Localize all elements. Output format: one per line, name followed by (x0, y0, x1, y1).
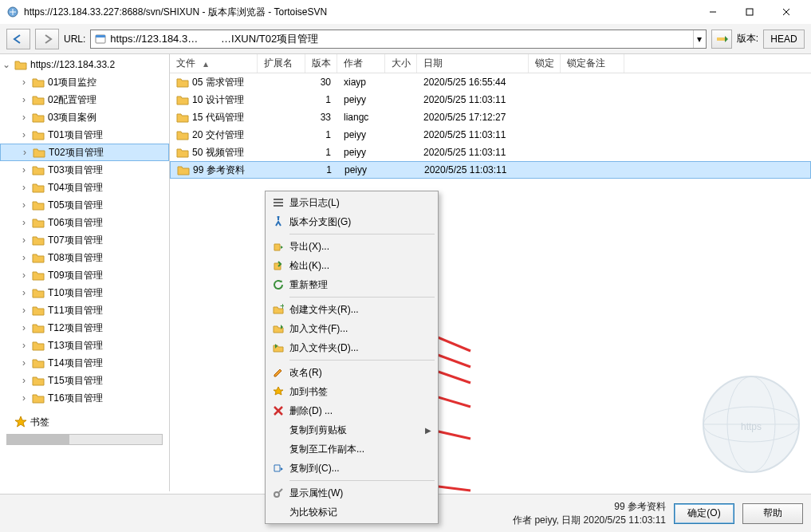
close-button[interactable] (768, 0, 805, 24)
bookmark-icon (270, 386, 286, 397)
tree-pane[interactable]: ⌄ https://123.184.33.2 › 01项目监控 › 02配置管理… (0, 54, 170, 491)
menu-item[interactable]: 删除(D) ... (267, 401, 436, 420)
url-input[interactable] (110, 30, 692, 48)
forward-button[interactable] (35, 29, 59, 49)
menu-item[interactable]: 复制至工作副本... (267, 439, 436, 459)
expand-icon[interactable]: › (19, 270, 29, 281)
expand-icon[interactable]: › (19, 112, 29, 123)
list-row[interactable]: 10 设计管理 1 peiyy 2020/5/25 11:03:11 (170, 91, 811, 108)
col-ext[interactable]: 扩展名 (258, 54, 305, 73)
tree-item[interactable]: › T10项目管理 (0, 284, 169, 301)
menu-item[interactable]: 复制到剪贴板 ▶ (267, 420, 436, 439)
go-button[interactable] (711, 30, 732, 49)
tree-item[interactable]: › 01项目监控 (0, 73, 169, 91)
tree-item[interactable]: › T14项目管理 (0, 354, 169, 372)
minimize-button[interactable] (695, 0, 731, 24)
expand-icon[interactable]: › (19, 94, 29, 105)
expand-icon[interactable]: › (19, 77, 29, 88)
menu-item[interactable]: 加到书签 (267, 382, 436, 401)
menu-item[interactable]: 为比较标记 (267, 502, 436, 522)
tree-hscrollbar[interactable] (6, 434, 163, 445)
expand-icon[interactable]: › (19, 129, 29, 140)
tree-item[interactable]: › T09项目管理 (0, 266, 169, 284)
tree-item[interactable]: › 02配置管理 (0, 91, 169, 108)
tree-item[interactable]: › T15项目管理 (0, 372, 169, 389)
collapse-icon[interactable]: ⌄ (2, 59, 11, 70)
list-row[interactable]: 05 需求管理 30 xiayp 2020/5/25 16:55:44 (170, 73, 811, 91)
ok-button[interactable]: 确定(O) (674, 503, 734, 524)
bookmarks-section[interactable]: 书签 (0, 413, 169, 431)
folder-icon (32, 305, 45, 316)
props-icon (270, 487, 286, 499)
rename-icon (270, 367, 286, 378)
tree-item[interactable]: › T12项目管理 (0, 319, 169, 337)
expand-icon[interactable]: › (20, 147, 30, 158)
revision-field[interactable]: HEAD (763, 30, 805, 49)
help-button[interactable]: 帮助 (742, 503, 803, 524)
folder-icon (32, 112, 45, 123)
list-row[interactable]: 99 参考资料 1 peiyy 2020/5/25 11:03:11 (170, 161, 811, 179)
expand-icon[interactable]: › (19, 182, 29, 193)
tree-item[interactable]: › T01项目管理 (0, 126, 169, 144)
expand-icon[interactable]: › (19, 287, 29, 298)
tree-item[interactable]: › T11项目管理 (0, 301, 169, 319)
list-row[interactable]: 50 视频管理 1 peiyy 2020/5/25 11:03:11 (170, 144, 811, 161)
menu-item[interactable]: 改名(R) (267, 363, 436, 382)
menu-item[interactable]: + 创建文件夹(R)... (267, 300, 436, 319)
tree-item[interactable]: › T08项目管理 (0, 249, 169, 266)
tree-item[interactable]: › T06项目管理 (0, 214, 169, 231)
menu-separator (289, 480, 435, 481)
back-button[interactable] (6, 29, 30, 49)
star-icon (14, 416, 27, 428)
expand-icon[interactable]: › (19, 392, 29, 404)
tree-item[interactable]: › T16项目管理 (0, 389, 169, 407)
tree-item[interactable]: › 03项目案例 (0, 108, 169, 126)
expand-icon[interactable]: › (19, 164, 29, 175)
menu-item[interactable]: 显示日志(L) (267, 193, 436, 212)
svg-rect-6 (96, 35, 105, 37)
tree-root[interactable]: ⌄ https://123.184.33.2 (0, 56, 169, 73)
tree-item[interactable]: › T05项目管理 (0, 196, 169, 214)
svg-text:+: + (280, 304, 284, 312)
expand-icon[interactable]: › (19, 340, 29, 351)
folder-icon (32, 199, 45, 211)
col-file[interactable]: 文件▴ (170, 54, 258, 73)
expand-icon[interactable]: › (19, 199, 29, 211)
menu-item[interactable]: 检出(K)... (267, 256, 436, 275)
tree-item[interactable]: › T13项目管理 (0, 337, 169, 354)
menu-item[interactable]: 复制到(C)... (267, 459, 436, 478)
url-dropdown-icon[interactable]: ▾ (693, 30, 706, 48)
list-row[interactable]: 15 代码管理 33 liangc 2020/5/25 17:12:27 (170, 108, 811, 126)
col-rev[interactable]: 版本 (305, 54, 337, 73)
menu-item[interactable]: 加入文件夹(D)... (267, 338, 436, 357)
bookmarks-label: 书签 (30, 416, 49, 429)
window-title: https://123.184.33.227:8688/svn/SHIXUN -… (24, 6, 695, 19)
tree-item[interactable]: › T03项目管理 (0, 161, 169, 179)
menu-item[interactable]: 导出(X)... (267, 237, 436, 256)
menu-item[interactable]: 版本分支图(G) (267, 212, 436, 231)
col-date[interactable]: 日期 (417, 54, 529, 73)
col-lock[interactable]: 锁定 (529, 54, 561, 73)
expand-icon[interactable]: › (19, 252, 29, 263)
expand-icon[interactable]: › (19, 357, 29, 368)
expand-icon[interactable]: › (19, 322, 29, 333)
menu-item[interactable]: 重新整理 (267, 275, 436, 294)
expand-icon[interactable]: › (19, 305, 29, 316)
list-header: 文件▴ 扩展名 版本 作者 大小 日期 锁定 锁定备注 (170, 54, 811, 73)
col-size[interactable]: 大小 (385, 54, 417, 73)
menu-item[interactable]: 显示属性(W) (267, 483, 436, 502)
col-auth[interactable]: 作者 (337, 54, 385, 73)
context-menu: 显示日志(L) 版本分支图(G) 导出(X)... 检出(K)... 重新整理 … (265, 191, 439, 524)
menu-item[interactable]: 加入文件(F)... (267, 319, 436, 338)
col-note[interactable]: 锁定备注 (561, 54, 624, 73)
tree-item[interactable]: › T04项目管理 (0, 179, 169, 196)
expand-icon[interactable]: › (19, 375, 29, 386)
svg-rect-7 (274, 199, 283, 200)
tree-item[interactable]: › T02项目管理 (0, 144, 169, 161)
tree-item[interactable]: › T07项目管理 (0, 231, 169, 249)
maximize-button[interactable] (731, 0, 768, 24)
refresh-icon (270, 279, 286, 290)
list-row[interactable]: 20 交付管理 1 peiyy 2020/5/25 11:03:11 (170, 126, 811, 144)
expand-icon[interactable]: › (19, 217, 29, 228)
expand-icon[interactable]: › (19, 234, 29, 246)
